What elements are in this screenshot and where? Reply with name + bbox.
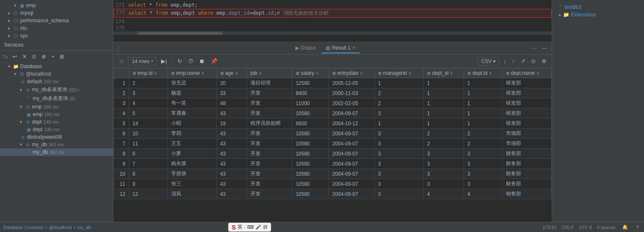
table-row[interactable]: 11 9 张三 43 开发 10580 2004-09-07 3 3 3 财务部 xyxy=(114,179,552,189)
tree-label-database: Database xyxy=(20,63,42,69)
col-age[interactable]: ▦ age ⇕ xyxy=(216,69,247,78)
table-row[interactable]: 10 8 手抓饼 43 开发 10580 2004-09-07 3 3 3 财务… xyxy=(114,169,552,179)
table-row[interactable]: 7 11 王五 43 开发 10580 2004-09-07 3 2 2 市场部 xyxy=(114,139,552,149)
add-button[interactable]: + xyxy=(50,53,56,61)
stop-button[interactable]: ⏹ xyxy=(198,57,206,65)
pin-button[interactable]: 📌 xyxy=(209,57,219,65)
breadcrumb-mydb[interactable]: my_db xyxy=(77,225,91,230)
col-dept-id2[interactable]: ▦ dept.id ⇕ xyxy=(464,69,502,78)
download-button[interactable]: ↓ xyxy=(502,57,508,65)
col-managerid[interactable]: ▦ managerid ⇕ xyxy=(374,69,423,78)
output-tab-label: Output xyxy=(300,45,315,51)
col-salary[interactable]: ▦ salary ⇕ xyxy=(292,69,329,78)
clock-button[interactable]: ⏱ xyxy=(186,57,195,65)
cell-age: 43 xyxy=(216,129,247,139)
sort-managerid[interactable]: ⇕ xyxy=(408,71,412,76)
cell-emp-name: 清风 xyxy=(167,189,216,199)
breadcrumb-localhost[interactable]: @localhost xyxy=(49,225,72,230)
sort-dept-id[interactable]: ⇕ xyxy=(450,71,453,76)
tree-item-performance-schema[interactable]: ⬡ performance_schema xyxy=(0,17,113,24)
encoding[interactable]: UTF-8 xyxy=(579,225,592,230)
csv-button[interactable]: CSV ▾ xyxy=(477,57,499,66)
table-row[interactable]: 1 2 张无忌 20 项目经理 12580 2005-12-05 1 1 1 研… xyxy=(114,78,552,88)
editor-scrollbar[interactable] xyxy=(113,32,552,35)
table-row[interactable]: 6 10 李四 43 开发 10580 2004-09-07 3 2 2 市场部 xyxy=(114,129,552,139)
col-dept-name[interactable]: ▦ dept.name ⇕ xyxy=(502,69,551,78)
code-editor[interactable]: 172 select * from emp,dept; 173 select *… xyxy=(113,0,552,42)
ime-keyboard-icon[interactable]: ⌨ xyxy=(247,224,254,230)
sort-age[interactable]: ⇕ xyxy=(235,71,238,76)
refresh-button[interactable]: ↻ xyxy=(176,57,184,65)
ime-mic-icon[interactable]: 🎤 xyxy=(256,224,261,230)
notification-button[interactable]: 🔔 xyxy=(621,224,630,231)
tree-item-emp[interactable]: ▦ emp xyxy=(0,2,113,9)
tree-item-emp-table[interactable]: ▦ emp 160 ms xyxy=(0,111,113,118)
upload-button[interactable]: ↑ xyxy=(511,57,517,65)
table-row[interactable]: 8 6 小萝 43 开发 10580 2004-09-07 3 3 3 财务部 xyxy=(114,149,552,159)
cell-age: 43 xyxy=(216,149,247,159)
minimize-button[interactable]: ─ xyxy=(540,45,548,52)
tab-result1[interactable]: ▦ Result 1 ✕ xyxy=(321,43,360,53)
help-button[interactable]: ? xyxy=(635,224,641,231)
tree-item-mydb-multi[interactable]: ⊙ my_db多表查询 203 r xyxy=(0,85,113,94)
col-header-dept-id2: dept.id xyxy=(472,70,488,76)
view-button[interactable]: ⊙ xyxy=(529,57,537,65)
cell-entrydate: 2004-09-07 xyxy=(329,169,375,179)
sort-entrydate[interactable]: ⇕ xyxy=(360,71,363,76)
tab-output[interactable]: ▶ Output xyxy=(291,43,320,53)
tree-item-mydb-group[interactable]: ⊙ my_db 362 ms xyxy=(0,141,113,148)
export-button[interactable]: ↗ xyxy=(519,57,527,65)
col-emp-id[interactable]: ▦ emp.id ⇕ xyxy=(129,69,167,78)
sort-emp-id[interactable]: ⇕ xyxy=(154,71,157,76)
layout-button[interactable]: ⊞ xyxy=(58,53,66,61)
table-row[interactable]: 2 3 杨道 33 开发 8400 2000-11-03 2 1 1 研发部 xyxy=(114,88,552,98)
col-emp-name[interactable]: ▦ emp.name ⇕ xyxy=(167,69,216,78)
next-page-button[interactable]: ▶| xyxy=(159,57,168,65)
sort-job[interactable]: ⇕ xyxy=(258,71,262,76)
indent[interactable]: 4 spaces xyxy=(597,225,615,230)
tree-item-mydb-multi2[interactable]: ⌒ my_db多表查询 20 xyxy=(0,94,113,103)
ime-input-label[interactable]: 拼 xyxy=(263,224,268,230)
col-entrydate[interactable]: ▦ entrydate ⇕ xyxy=(329,69,375,78)
tree-item-emp-group[interactable]: ⊙ emp 160 ms xyxy=(0,103,113,111)
sort-emp-name[interactable]: ⇕ xyxy=(201,71,204,76)
eye-button[interactable]: ⊙ xyxy=(30,53,38,61)
sort-dept-id2[interactable]: ⇕ xyxy=(489,71,492,76)
result-more-button[interactable]: ⋯ xyxy=(529,44,539,52)
tree-item-localhost[interactable]: ⊙ @localhost xyxy=(0,70,113,78)
more-menu-button[interactable]: ⋮ xyxy=(114,45,123,51)
close-button[interactable]: ✕ xyxy=(21,53,29,61)
table-row[interactable]: 12 12 清风 43 开发 10580 2004-09-07 3 4 4 销售… xyxy=(114,189,552,199)
first-page-button[interactable]: ◀| xyxy=(117,57,125,65)
tree-item-dbstudy[interactable]: ⊙ dbstudyweek08 xyxy=(0,133,113,141)
sort-dept-name[interactable]: ⇕ xyxy=(536,71,540,76)
settings-button[interactable]: ⚙ xyxy=(540,57,548,65)
tree-item-sys[interactable]: ⬡ sys xyxy=(0,32,113,40)
result-tab-close[interactable]: ✕ xyxy=(352,45,355,50)
line-ending[interactable]: CRLF xyxy=(562,225,574,230)
tree-item-mydb-selected[interactable]: ⌒ my_db 362 ms xyxy=(0,148,113,156)
line-content-172: select * from emp,dept; xyxy=(128,2,552,8)
tree-item-mysql[interactable]: ⬡ mysql xyxy=(0,9,113,17)
rows-badge[interactable]: 14 rows ▾ xyxy=(128,57,157,66)
col-dept-id[interactable]: ▦ dept_id ⇕ xyxy=(423,69,464,78)
table-row[interactable]: 3 4 韦一笑 48 开发 11000 2002-02-05 2 1 1 研发部 xyxy=(114,98,552,108)
tree-item-dept-group[interactable]: ⊙ dept 140 ms xyxy=(0,118,113,126)
split-button[interactable]: ⊕ xyxy=(40,53,48,61)
undo-button[interactable]: ↩ xyxy=(11,53,19,61)
right-panel-extensions[interactable]: ▸ 📁 Extensions xyxy=(555,11,641,18)
tree-item-default[interactable]: ⊙ default 292 ms xyxy=(0,78,113,85)
table-row[interactable]: 5 14 小昭 19 程序员鼓励师 6600 2004-10-12 1 1 1 … xyxy=(114,119,552,129)
main-area: ▦ emp ⬡ mysql ⬡ performance_schema xyxy=(0,0,644,222)
ime-en-label[interactable]: 英 xyxy=(237,224,242,231)
breadcrumb-database-consoles[interactable]: Database Consoles xyxy=(3,225,44,230)
table-row[interactable]: 9 7 肉夹馍 43 开发 10580 2004-09-07 3 3 3 财务部 xyxy=(114,159,552,169)
tree-item-dept-table[interactable]: ▦ dept 140 ms xyxy=(0,126,113,133)
sort-salary[interactable]: ⇕ xyxy=(315,71,319,76)
tree-item-stu[interactable]: ⬡ stu xyxy=(0,24,113,32)
data-table-wrapper[interactable]: ▦ emp.id ⇕ ▦ emp.name ⇕ xyxy=(113,68,552,222)
right-panel-testdb3[interactable]: ⌒ testdb3 xyxy=(555,3,641,11)
table-row[interactable]: 4 5 常遇春 43 开发 10580 2004-09-07 3 1 1 研发部 xyxy=(114,108,552,119)
tree-item-database[interactable]: 📁 Database xyxy=(0,63,113,70)
col-job[interactable]: job ⇕ xyxy=(247,69,292,78)
